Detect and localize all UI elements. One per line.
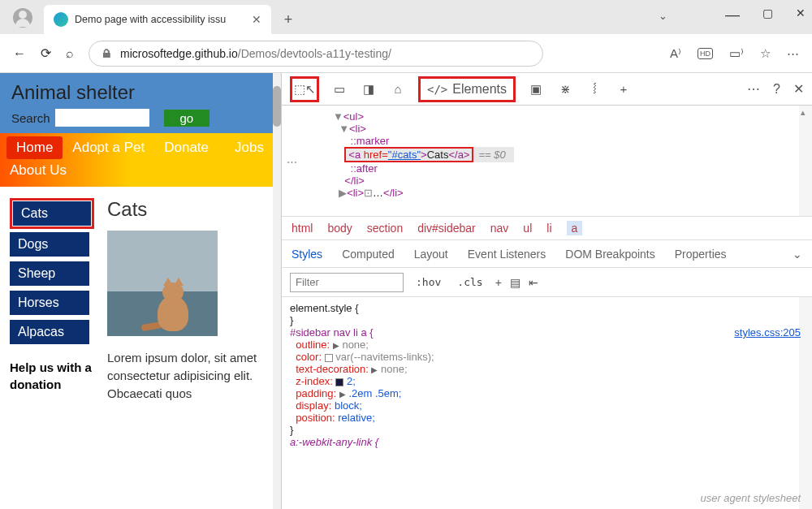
nav-donate[interactable]: Donate xyxy=(154,136,218,159)
close-devtools-icon[interactable]: ✕ xyxy=(793,81,804,97)
sidebar-horses[interactable]: Horses xyxy=(10,291,89,315)
add-tool-icon[interactable]: + xyxy=(615,80,633,98)
close-tab-icon[interactable]: ✕ xyxy=(252,13,261,26)
content-heading: Cats xyxy=(107,198,271,221)
sidebar-sheep[interactable]: Sheep xyxy=(10,261,89,286)
crumb-a[interactable]: a xyxy=(567,221,583,235)
go-button[interactable]: go xyxy=(164,110,210,127)
favorite-icon[interactable]: ☆ xyxy=(760,46,771,61)
browser-titlebar: Demo page with accessibility issu ✕ + ⌄ … xyxy=(0,0,812,34)
page-scrollbar[interactable] xyxy=(273,73,281,509)
tab-listeners[interactable]: Event Listeners xyxy=(468,248,546,261)
devtools-toolbar: ⬚↖ ▭ ◨ ⌂ </> Elements ▣ ⋇ ⸾ + ⋯ ? ✕ xyxy=(282,73,812,106)
dom-tree[interactable]: ▴ ⋯ ▼<ul> ▼<li> ::marker <a href="#cats"… xyxy=(282,106,812,216)
computed-icon[interactable]: ▤ xyxy=(510,276,520,289)
crumb-sidebar[interactable]: div#sidebar xyxy=(417,222,476,235)
elements-tab[interactable]: </> Elements xyxy=(418,76,516,102)
more-tools-icon[interactable]: ⋯ xyxy=(747,81,760,97)
sidebar-dogs[interactable]: Dogs xyxy=(10,232,89,257)
nav-jobs[interactable]: Jobs xyxy=(225,136,274,159)
search-icon[interactable]: ⌕ xyxy=(66,46,74,61)
crumb-html[interactable]: html xyxy=(292,222,313,235)
hd-icon[interactable]: HD xyxy=(698,48,713,59)
browser-tab[interactable]: Demo page with accessibility issu ✕ xyxy=(44,5,271,34)
nav-home[interactable]: Home xyxy=(6,136,63,159)
help-text: Help us with a donation xyxy=(10,359,94,393)
devtools-panel: ⬚↖ ▭ ◨ ⌂ </> Elements ▣ ⋇ ⸾ + ⋯ ? ✕ ▴ ⋯ … xyxy=(281,73,812,509)
search-input[interactable] xyxy=(55,109,149,127)
tab-layout[interactable]: Layout xyxy=(414,248,448,261)
refresh-button[interactable]: ⟳ xyxy=(41,45,51,61)
chevron-down-icon[interactable]: ⌄ xyxy=(793,248,802,261)
bug-icon[interactable]: ⋇ xyxy=(556,80,574,98)
profile-avatar[interactable] xyxy=(13,8,32,28)
source-link[interactable]: styles.css:205 xyxy=(734,326,801,339)
read-aloud-icon[interactable]: A⁾ xyxy=(670,46,681,61)
tab-properties[interactable]: Properties xyxy=(675,248,727,261)
tabs-chevron-icon[interactable]: ⌄ xyxy=(659,10,667,22)
device-icon[interactable]: ▭ xyxy=(330,80,348,98)
help-icon[interactable]: ? xyxy=(773,82,780,97)
address-bar[interactable]: 🔒︎ microsoftedge.github.io/Demos/devtool… xyxy=(89,41,543,67)
hov-toggle[interactable]: :hov xyxy=(412,274,445,290)
tab-computed[interactable]: Computed xyxy=(342,248,395,261)
tab-styles[interactable]: Styles xyxy=(292,248,322,261)
new-tab-button[interactable]: + xyxy=(276,7,300,32)
crumb-section[interactable]: section xyxy=(367,222,403,235)
crumb-body[interactable]: body xyxy=(327,222,352,235)
more-icon[interactable]: ⋯ xyxy=(787,46,799,61)
nav-about[interactable]: About Us xyxy=(0,159,76,182)
home-icon[interactable]: ⌂ xyxy=(389,80,407,98)
sidebar-nav: Cats Dogs Sheep Horses Alpacas Help us w… xyxy=(10,198,94,402)
filter-input[interactable] xyxy=(290,273,404,292)
crumb-li[interactable]: li xyxy=(546,222,551,235)
ellipsis-icon[interactable]: ⋯ xyxy=(287,156,298,168)
new-rule-icon[interactable]: + xyxy=(495,276,502,289)
nav-adopt[interactable]: Adopt a Pet xyxy=(63,136,154,159)
maximize-button[interactable]: ▢ xyxy=(762,6,773,24)
user-agent-label: user agent stylesheet xyxy=(700,492,801,504)
tab-title: Demo page with accessibility issu xyxy=(75,14,245,25)
cat-image xyxy=(107,231,218,336)
main-nav: Home Adopt a Pet Donate Jobs About Us xyxy=(0,133,281,187)
close-window-button[interactable]: ✕ xyxy=(796,6,806,24)
styles-toolbar: :hov .cls + ▤ ⇤ xyxy=(282,268,812,297)
dom-scrollbar[interactable]: ▴ xyxy=(799,106,812,216)
styles-pane[interactable]: styles.css:205 element.style { } #sideba… xyxy=(282,297,812,509)
code-icon: </> xyxy=(427,83,447,96)
breadcrumb: html body section div#sidebar nav ul li … xyxy=(282,216,812,240)
cls-toggle[interactable]: .cls xyxy=(453,274,486,290)
inspect-icon[interactable]: ⬚↖ xyxy=(296,80,313,98)
back-button[interactable]: ← xyxy=(13,46,26,61)
dock-icon[interactable]: ◨ xyxy=(360,80,378,98)
reader-icon[interactable]: ▭⁾ xyxy=(729,46,744,61)
demo-page: Animal shelter Search go Home Adopt a Pe… xyxy=(0,73,281,509)
browser-toolbar: ← ⟳ ⌕ 🔒︎ microsoftedge.github.io/Demos/d… xyxy=(0,34,812,73)
sidebar-alpacas[interactable]: Alpacas xyxy=(10,320,89,344)
lock-icon: 🔒︎ xyxy=(101,47,112,60)
app-icon[interactable]: ▣ xyxy=(527,80,545,98)
crumb-ul[interactable]: ul xyxy=(523,222,532,235)
tab-breakpoints[interactable]: DOM Breakpoints xyxy=(565,248,654,261)
crumb-nav[interactable]: nav xyxy=(490,222,509,235)
minimize-button[interactable]: — xyxy=(725,6,740,24)
content-text: Lorem ipsum dolor, sit amet consectetur … xyxy=(107,349,271,402)
network-icon[interactable]: ⸾ xyxy=(585,80,603,98)
sidebar-cats[interactable]: Cats xyxy=(13,201,91,226)
search-label: Search xyxy=(11,111,50,125)
page-title: Animal shelter xyxy=(11,81,270,104)
box-model-icon[interactable]: ⇤ xyxy=(529,276,538,289)
styles-scrollbar[interactable] xyxy=(799,297,812,509)
edge-icon xyxy=(54,12,68,27)
styles-tabs: Styles Computed Layout Event Listeners D… xyxy=(282,240,812,268)
